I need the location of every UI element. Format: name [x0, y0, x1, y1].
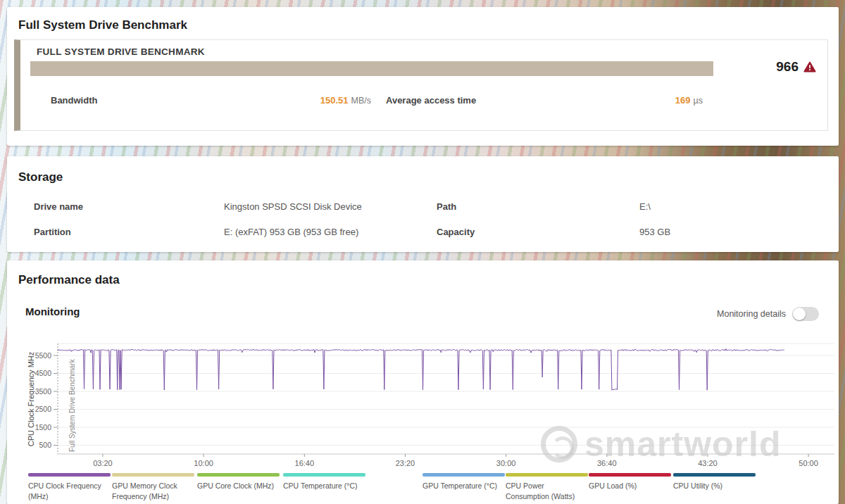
svg-text:23:20: 23:20 [396, 459, 415, 467]
performance-section-title: Performance data [18, 273, 120, 287]
field-value-drive-name: Kingston SPSD SCSI Disk Device [224, 201, 362, 212]
legend-item: CPU Temperature (°C) [283, 473, 365, 491]
benchmark-card: Full System Drive Benchmark FULL SYSTEM … [7, 7, 839, 146]
storage-card: Storage Drive name Kingston SPSD SCSI Di… [7, 156, 839, 252]
metric-unit: µs [694, 96, 703, 106]
metric-unit: MB/s [351, 96, 371, 106]
svg-text:500: 500 [39, 441, 51, 449]
svg-text:5500: 5500 [35, 351, 52, 360]
metric-access-time: Average access time 169 µs [386, 95, 703, 106]
field-value-partition: E: (exFAT) 953 GB (953 GB free) [224, 227, 358, 237]
storage-section-title: Storage [18, 170, 63, 184]
legend-label: CPU Clock Frequency (MHz) [28, 481, 111, 502]
metric-label: Average access time [386, 95, 476, 106]
toggle-knob [793, 308, 806, 320]
monitoring-details-label: Monitoring details [717, 309, 786, 319]
svg-text:4500: 4500 [35, 369, 52, 377]
svg-text:03:20: 03:20 [93, 459, 113, 467]
svg-text:16:40: 16:40 [295, 459, 315, 467]
field-value-capacity: 953 GB [639, 227, 670, 237]
legend-label: GPU Load (%) [589, 481, 671, 491]
legend-item: GPU Core Clock (MHz) [197, 473, 280, 491]
watermark-text: smartworld [584, 424, 782, 465]
warning-icon[interactable] [803, 61, 816, 73]
series-cpu-clock-frequency [58, 349, 784, 391]
legend-item: CPU Power Consumption (Watts) [506, 473, 588, 502]
watermark-logo-icon [541, 426, 577, 462]
legend-label: CPU Temperature (°C) [283, 481, 365, 491]
metric-bandwidth: Bandwidth 150.51 MB/s [51, 95, 371, 106]
field-label-partition: Partition [34, 227, 71, 237]
monitoring-title: Monitoring [25, 305, 80, 317]
monitoring-details-control: Monitoring details [717, 307, 819, 321]
benchmark-section-title: Full System Drive Benchmark [18, 18, 187, 32]
legend-swatch [112, 473, 194, 477]
svg-text:50:00: 50:00 [799, 459, 818, 467]
metric-value: 150.51 [320, 95, 349, 106]
svg-text:1500: 1500 [35, 423, 52, 431]
score-wrap: 966 [776, 59, 816, 75]
svg-text:36:40: 36:40 [597, 459, 617, 467]
svg-text:2500: 2500 [35, 405, 52, 413]
legend-label: CPU Utility (%) [673, 481, 756, 491]
legend-label: GPU Core Clock (MHz) [197, 481, 280, 491]
legend-swatch [589, 473, 671, 477]
svg-text:3500: 3500 [35, 387, 52, 396]
legend-label: CPU Power Consumption (Watts) [506, 481, 588, 502]
legend-swatch [673, 473, 756, 477]
svg-text:30:00: 30:00 [496, 459, 516, 467]
monitoring-details-toggle[interactable] [792, 307, 819, 321]
monitoring-chart: 5001500250035004500550003:2010:0016:4023… [7, 260, 839, 504]
legend-item: GPU Load (%) [589, 473, 671, 491]
score-bar [30, 61, 713, 76]
legend-item: CPU Utility (%) [673, 473, 756, 491]
score-value: 966 [776, 59, 799, 75]
benchmark-result-box: FULL SYSTEM DRIVE BENCHMARK 966 Bandwidt… [14, 39, 828, 131]
field-value-path: E:\ [639, 201, 651, 212]
field-label-drive-name: Drive name [34, 201, 83, 212]
legend-swatch [506, 473, 588, 477]
field-label-path: Path [437, 201, 456, 212]
legend-label: GPU Memory Clock Frequency (MHz) [112, 481, 194, 502]
svg-text:CPU Clock Frequency MHz: CPU Clock Frequency MHz [27, 352, 35, 446]
legend-item: GPU Memory Clock Frequency (MHz) [112, 473, 194, 502]
svg-text:43:20: 43:20 [698, 459, 718, 467]
legend-swatch [197, 473, 280, 477]
page-background: { "benchmark": { "section_title": "Full … [0, 0, 845, 504]
watermark: smartworld [541, 424, 782, 465]
legend-swatch [423, 473, 505, 477]
svg-text:Full System Drive Benchmark: Full System Drive Benchmark [68, 358, 76, 452]
legend-item: GPU Temperature (°C) [423, 473, 505, 491]
metric-label: Bandwidth [51, 95, 97, 106]
legend-item: CPU Clock Frequency (MHz) [28, 473, 111, 502]
legend-swatch [28, 473, 111, 477]
field-label-capacity: Capacity [437, 227, 475, 237]
benchmark-result-title: FULL SYSTEM DRIVE BENCHMARK [37, 46, 205, 57]
metric-value: 169 [675, 95, 691, 106]
svg-text:10:00: 10:00 [194, 459, 213, 467]
legend-label: GPU Temperature (°C) [423, 481, 505, 491]
performance-card: Performance data Monitoring Monitoring d… [7, 260, 839, 504]
legend-swatch [283, 473, 365, 477]
